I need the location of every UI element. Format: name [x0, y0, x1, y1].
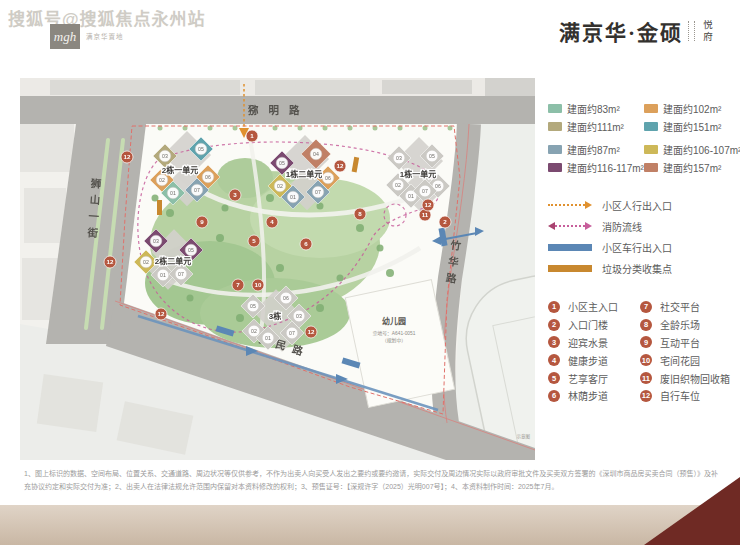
map-numbered-marker: 12: [121, 151, 133, 163]
numbered-marker-icon: 7: [640, 301, 652, 313]
numbered-marker-icon: 4: [548, 354, 560, 366]
brand-divider: [688, 21, 689, 41]
vehicle-entrance-symbol: [548, 244, 592, 251]
legend-line-item: 垃圾分类收集点: [548, 262, 738, 274]
svg-text:8: 8: [358, 210, 362, 217]
cluster-label: 1栋一单元: [400, 169, 436, 179]
road-label-north: 猕明路: [247, 104, 310, 116]
publisher-logo-subtext: 满京华置地: [86, 31, 124, 41]
legend-area-item: 建面约111m²: [548, 120, 644, 132]
legend-area-item: 建面约87m²: [548, 143, 644, 155]
unit-number: 05: [188, 247, 194, 253]
legend-numbered-item: 4健康步道: [548, 353, 640, 368]
svg-text:11: 11: [422, 211, 429, 218]
map-numbered-marker: 12: [422, 199, 434, 211]
svg-text:10: 10: [255, 281, 262, 288]
map-numbered-marker: 5: [248, 235, 260, 247]
unit-number: 01: [408, 193, 414, 199]
map-numbered-marker: 1: [246, 130, 258, 142]
unit-number: 05: [279, 160, 285, 166]
svg-text:12: 12: [158, 310, 165, 317]
cluster-label: 3栋: [269, 311, 281, 321]
publisher-logo-text: mgh: [54, 29, 76, 45]
numbered-marker-label: 废旧织物回收箱: [660, 371, 730, 386]
unit-number: 06: [435, 183, 441, 189]
map-numbered-marker: 12: [305, 326, 317, 338]
svg-text:12: 12: [425, 201, 432, 208]
cluster-label: 2栋一单元: [162, 165, 198, 175]
map-numbered-marker: 2: [439, 216, 451, 228]
map-numbered-marker: 8: [354, 208, 366, 220]
kindergarten-title: 幼儿园: [382, 316, 406, 326]
area-swatch: [548, 122, 562, 131]
area-swatch: [644, 163, 658, 172]
map-numbered-marker: 7: [232, 279, 244, 291]
legend-numbered-item: 8全龄乐场: [640, 317, 738, 332]
unit-number: 03: [296, 313, 302, 319]
legend-numbered-item: 2入口门楼: [548, 317, 640, 332]
unit-number: 03: [162, 153, 168, 159]
numbered-marker-label: 入口门楼: [568, 317, 608, 332]
svg-text:12: 12: [124, 153, 131, 160]
unit-number: 01: [170, 190, 176, 196]
legend-area-item: 建面约157m²: [644, 161, 740, 173]
unit-number: 02: [395, 182, 401, 188]
area-swatch: [644, 122, 658, 131]
numbered-marker-icon: 6: [548, 390, 560, 402]
bottom-decoration-band: [0, 505, 740, 545]
map-numbered-marker: 4: [266, 216, 278, 228]
area-swatch: [644, 104, 658, 113]
unit-number: 02: [251, 328, 257, 334]
map-numbered-marker: 12: [334, 160, 346, 172]
numbered-marker-label: 林荫步道: [568, 388, 608, 403]
legend-line-item: 小区人行出入口: [548, 199, 738, 211]
numbered-marker-label: 全龄乐场: [660, 317, 700, 332]
map-numbered-marker: 6: [300, 238, 312, 250]
legend-numbered-item: 5艺享客厅: [548, 371, 640, 386]
svg-text:4: 4: [270, 218, 274, 225]
numbered-marker-label: 艺享客厅: [568, 371, 608, 386]
publisher-logo: mgh: [50, 24, 80, 49]
svg-text:6: 6: [304, 240, 308, 247]
unit-number: 07: [315, 189, 321, 195]
numbered-marker-icon: 3: [548, 336, 560, 348]
legend-numbered-item: 7社交平台: [640, 299, 738, 314]
svg-text:5: 5: [252, 237, 256, 244]
brand-name: 满京华·金硕: [559, 16, 683, 46]
legend-line-item: 消防流线: [548, 220, 738, 232]
svg-text:9: 9: [200, 218, 204, 225]
unit-number: 06: [325, 175, 331, 181]
map-numbered-marker: 10: [252, 279, 264, 291]
watermark: 搜狐号@搜狐焦点永州站: [8, 5, 206, 30]
fire-route-symbol: [548, 222, 592, 230]
page: 搜狐号@搜狐焦点永州站 mgh 满京华置地 满京华·金硕 悦府: [0, 0, 740, 545]
numbered-marker-icon: 1: [548, 301, 560, 313]
svg-text:12: 12: [107, 258, 114, 265]
legend-area-item: 建面约116-117m²: [548, 161, 644, 173]
kindergarten-parcel: 宗地号：A641-0051: [373, 330, 416, 337]
brand-lockup: 满京华·金硕 悦府: [559, 16, 714, 46]
legend-area-group-2: 建面约87m² 建面约106-107m² 建面约116-117m² 建面约157…: [548, 143, 738, 173]
offsite-buildings-north: [50, 80, 472, 95]
legend-area-item: 建面约83m²: [548, 102, 644, 114]
area-swatch: [548, 163, 562, 172]
unit-number: 06: [283, 295, 289, 301]
brand-suffix: 悦府: [700, 20, 714, 43]
legend-numbered-item: 11废旧织物回收箱: [640, 371, 738, 386]
svg-text:1: 1: [250, 132, 254, 139]
site-plan-map: 幼儿园 宗地号：A641-0051 （规划中）: [20, 78, 535, 460]
unit-number: 04: [313, 151, 319, 157]
unit-number: 05: [429, 153, 435, 159]
numbered-marker-icon: 10: [640, 354, 652, 366]
legend-line-item: 小区车行出入口: [548, 241, 738, 253]
svg-text:12: 12: [337, 162, 344, 169]
legend-numbered-item: 12自行车位: [640, 388, 738, 403]
brand-divider: [694, 21, 695, 41]
area-swatch: [644, 145, 658, 154]
numbered-marker-label: 社交平台: [660, 299, 700, 314]
legend-numbered-item: 6林荫步道: [548, 388, 640, 403]
legend-area-item: 建面约106-107m²: [644, 143, 740, 155]
unit-number: 02: [277, 183, 283, 189]
svg-text:2: 2: [443, 218, 447, 225]
unit-number: 07: [178, 271, 184, 277]
